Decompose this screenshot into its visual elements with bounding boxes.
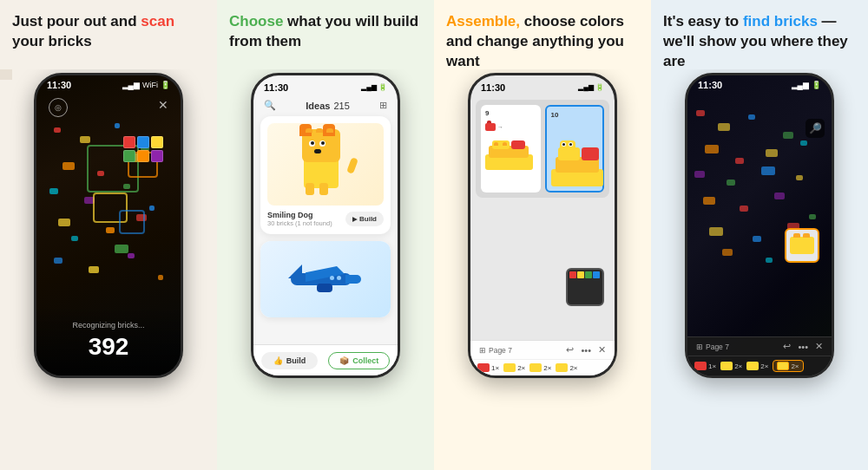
search-icon: 🔍 [264, 100, 276, 111]
phone-1-time: 11:30 [47, 80, 71, 90]
brick-count-1: 1× [477, 363, 499, 372]
highlight-assemble: Assemble, [446, 13, 520, 29]
brick-count-4-4[interactable]: 2× [773, 360, 803, 372]
brick-count-4: 2× [556, 363, 577, 372]
phone-4-panel: 🔎 11:30 ▂▄▆ [651, 69, 868, 470]
step-9-card: 9 → [481, 105, 541, 193]
find-icon-overlay: 🔎 [806, 119, 825, 138]
brick-count-3: 2× [529, 363, 551, 372]
phone-3: 11:30 ▂▄▆ 🔋 9 [468, 73, 617, 378]
phone-2-time: 11:30 [264, 82, 288, 93]
build-tab[interactable]: 👍 Build [261, 352, 319, 369]
phone-4: 🔎 11:30 ▂▄▆ [685, 73, 834, 378]
brick-count-number: 392 [89, 333, 129, 361]
step-9-number: 9 [485, 109, 536, 117]
page-info-4: ⊞ Page 7 [696, 343, 729, 351]
close-icon-4[interactable]: ✕ [815, 341, 823, 352]
phone-3-panel: 11:30 ▂▄▆ 🔋 9 [434, 69, 651, 470]
panel-2-heading-area: Choose what you will build from them [217, 0, 434, 69]
lego-plane-card[interactable] [260, 241, 391, 317]
dog-bricks-info: 30 bricks (1 not found) [267, 219, 332, 227]
dog-name: Smiling Dog [267, 211, 332, 219]
panel-4-heading: It's easy to find bricks — we'll show yo… [663, 12, 856, 72]
phone-2: 11:30 ▂▄▆ 🔋 🔍 Ideas 215 ⊞ [251, 73, 400, 378]
phone-1-status-bar: 11:30 ▂▄▆ WiFi 🔋 [36, 75, 181, 95]
panel-1-heading: Just pour out and scan your bricks [12, 12, 205, 52]
close-button[interactable]: ✕ [158, 98, 168, 117]
step-10-number: 10 [551, 111, 599, 119]
brick-count-4-2: 2× [720, 362, 742, 370]
brick-count-2: 2× [503, 363, 525, 372]
phone-3-bottom-bar: ⊞ Page 7 ↩ ••• ✕ [470, 340, 615, 375]
undo-icon-3[interactable]: ↩ [566, 344, 574, 356]
ideas-count: 215 [333, 101, 349, 111]
highlight-choose: Choose [229, 13, 283, 29]
thumbnail-overlay[interactable] [566, 268, 604, 306]
recognizing-text: Recognizing bricks... [72, 321, 144, 330]
build-button-small[interactable]: ▶ Build [345, 212, 384, 226]
phone-4-time: 11:30 [698, 80, 722, 90]
highlight-scan: scan [141, 13, 174, 29]
brick-count-4-3: 2× [746, 362, 768, 370]
scan-circle-icon[interactable]: ◎ [49, 98, 68, 117]
more-icon-4[interactable]: ••• [798, 342, 808, 352]
panel-4-heading-area: It's easy to find bricks — we'll show yo… [651, 0, 868, 69]
target-brick-overlay[interactable] [785, 228, 819, 263]
phone-3-status-bar: 11:30 ▂▄▆ 🔋 [470, 75, 615, 95]
phone-2-panel: 11:30 ▂▄▆ 🔋 🔍 Ideas 215 ⊞ [217, 69, 434, 470]
close-icon-3[interactable]: ✕ [598, 344, 606, 356]
phone-3-time: 11:30 [481, 82, 505, 93]
filter-icon: ⊞ [379, 100, 387, 111]
panel-2-heading: Choose what you will build from them [229, 12, 422, 52]
phone-4-status-bar: 11:30 ▂▄▆ 🔋 [687, 75, 832, 95]
step-10-card: 10 [545, 105, 605, 193]
brick-count-4-1: 1× [694, 362, 716, 370]
page-info-3: ⊞ Page 7 [479, 346, 512, 355]
panel-1-heading-area: Just pour out and scan your bricks [0, 0, 217, 69]
highlight-find-bricks: find bricks [743, 13, 818, 29]
more-icon-3[interactable]: ••• [581, 345, 591, 356]
phone-1-panel: 11:30 ▂▄▆ WiFi 🔋 ◎ ✕ Recognizin [0, 69, 217, 470]
lego-dog-card[interactable]: Smiling Dog 30 bricks (1 not found) ▶ Bu… [260, 116, 391, 234]
phone-2-status-bar: 11:30 ▂▄▆ 🔋 [253, 75, 398, 95]
ideas-header: 🔍 Ideas 215 ⊞ [253, 95, 398, 116]
phone-4-bottom-bar: ⊞ Page 7 ↩ ••• ✕ 1× [687, 336, 832, 375]
collect-tab[interactable]: 📦 Collect [328, 352, 390, 369]
ideas-title: Ideas [306, 101, 330, 111]
undo-icon-4[interactable]: ↩ [783, 341, 791, 352]
phone-2-bottom-tabs: 👍 Build 📦 Collect [253, 344, 398, 375]
panel-3-heading-area: Assemble, choose colors and change anyth… [434, 0, 651, 69]
panel-3-heading: Assemble, choose colors and change anyth… [446, 12, 639, 72]
phone-1: 11:30 ▂▄▆ WiFi 🔋 ◎ ✕ Recognizin [34, 73, 183, 378]
